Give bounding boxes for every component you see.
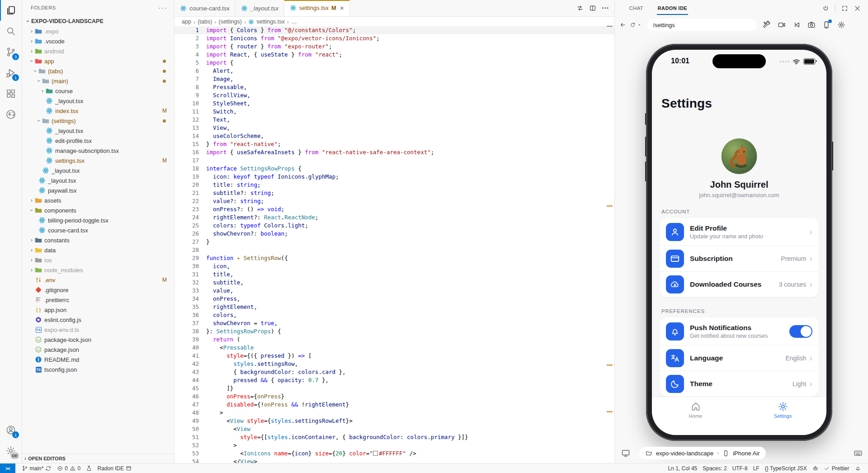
settings-row-edit-profile[interactable]: Edit ProfileUpdate your name and photo› — [660, 218, 819, 246]
tree-item-readme-md[interactable]: README.md — [22, 355, 174, 364]
tree-item-app-json[interactable]: { }app.json — [22, 305, 174, 315]
status-prettier[interactable]: Prettier — [821, 464, 852, 473]
settings-row-downloaded-courses[interactable]: Downloaded Courses3 courses› — [660, 271, 819, 297]
breadcrumb-item-settings-tsx[interactable]: settings.tsx — [256, 19, 285, 25]
status-robot[interactable] — [810, 464, 821, 473]
gear-icon[interactable] — [837, 21, 845, 29]
fullscreen-icon[interactable] — [841, 5, 848, 12]
tree-item-package-lock-json[interactable]: JSpackage-lock.json — [22, 335, 174, 345]
tree-item-android[interactable]: ›android — [22, 46, 174, 56]
tab-settings-tsx[interactable]: settings.tsxM× — [284, 0, 350, 16]
url-bar[interactable]: /settings — [647, 19, 756, 31]
tree-item-main[interactable]: ›(main) — [22, 76, 174, 86]
camera-icon[interactable] — [807, 21, 816, 29]
reload-button[interactable] — [630, 21, 636, 28]
tree-item-tabs[interactable]: ›(tabs) — [22, 66, 174, 76]
status-flask[interactable] — [83, 464, 95, 473]
tree-item-settings-tsx[interactable]: settings.tsxM — [22, 156, 174, 166]
keyboard-icon[interactable] — [854, 449, 863, 458]
panel-tab-radon-ide[interactable]: RADON IDE — [651, 0, 694, 16]
breadcrumb-item-settings[interactable]: (settings) — [219, 19, 242, 25]
status-spaces-2[interactable]: Spaces: 2 — [700, 464, 729, 473]
activity-bar-run-debug-button[interactable]: 1 — [0, 62, 22, 83]
open-editors-section[interactable]: › OPEN EDITORS — [22, 454, 174, 463]
tree-item-layout-tsx[interactable]: _layout.tsx — [22, 126, 174, 136]
activity-bar-extensions-button[interactable] — [0, 83, 22, 104]
tree-item-node-modules[interactable]: ›node_modules — [22, 265, 174, 275]
sidebar-more-actions-button[interactable]: ··· — [158, 5, 168, 10]
power-icon[interactable] — [822, 5, 829, 12]
video-icon[interactable] — [778, 21, 786, 29]
screen-mirror-icon[interactable] — [621, 449, 630, 458]
status-lf[interactable]: LF — [750, 464, 762, 473]
tree-item-assets[interactable]: ›assets — [22, 195, 174, 205]
tree-item-layout-tsx[interactable]: _layout.tsx — [22, 166, 174, 175]
settings-row-theme[interactable]: ThemeLight› — [660, 371, 819, 397]
settings-row-language[interactable]: LanguageEnglish› — [660, 345, 819, 371]
activity-bar-github-button[interactable] — [0, 104, 22, 125]
tree-item-manage-subscription-tsx[interactable]: manage-subscription.tsx — [22, 146, 174, 156]
reload-dropdown-caret-icon[interactable] — [637, 23, 641, 27]
tree-item-index-tsx[interactable]: index.tsxM — [22, 106, 174, 116]
push-notifications-toggle[interactable] — [789, 325, 812, 338]
split-icon[interactable] — [589, 5, 596, 12]
activity-bar-explorer-button[interactable] — [0, 0, 22, 21]
breadcrumb-item-[interactable]: … — [291, 19, 297, 25]
tree-item-paywall-tsx[interactable]: paywall.tsx — [22, 185, 174, 195]
device-icon[interactable] — [822, 21, 830, 29]
tree-item-layout-tsx[interactable]: _layout.tsx — [22, 175, 174, 185]
status-typescript-jsx[interactable]: {} TypeScript JSX — [762, 464, 810, 473]
tab-course-card-tsx[interactable]: course-card.tsx — [175, 0, 236, 16]
rewind-icon[interactable] — [793, 21, 801, 29]
breadcrumb-item-app[interactable]: app — [182, 19, 191, 25]
activity-bar-manage-settings-button[interactable]: DE — [0, 440, 22, 461]
tree-item-constants[interactable]: ›constants — [22, 235, 174, 245]
remote-indicator[interactable]: >< — [0, 464, 15, 473]
more-actions-icon[interactable]: ··· — [602, 4, 609, 12]
tree-item-prettierrc[interactable]: .prettierrc — [22, 295, 174, 305]
breadcrumb-item-tabs[interactable]: (tabs) — [198, 19, 212, 25]
status-ln-1-col-45[interactable]: Ln 1, Col 45 — [665, 464, 700, 473]
tree-item-settings[interactable]: ›(settings) — [22, 116, 174, 126]
phone-tab-settings[interactable]: Settings — [739, 401, 826, 435]
tree-item-edit-profile-tsx[interactable]: edit-profile.tsx — [22, 136, 174, 146]
tree-item-vscode[interactable]: ›.vscode — [22, 36, 174, 46]
status-bell-s[interactable] — [852, 464, 864, 473]
close-icon[interactable] — [854, 5, 861, 12]
tree-item-billing-period-toggle-tsx[interactable]: billing-period-toggle.tsx — [22, 215, 174, 225]
tree-item-eslint-config-js[interactable]: eslint.config.js — [22, 315, 174, 325]
tree-item-package-json[interactable]: JSpackage.json — [22, 345, 174, 355]
tree-item-expo-video-landscape[interactable]: ›EXPO-VIDEO-LANDSCAPE — [22, 16, 174, 26]
tree-item-gitignore[interactable]: .gitignore — [22, 285, 174, 295]
tree-item-ios[interactable]: ›ios — [22, 255, 174, 265]
tools-icon[interactable] — [763, 21, 771, 29]
tree-item-tsconfig-json[interactable]: TStsconfig.json — [22, 364, 174, 374]
status-radon-ide[interactable]: Radon IDE — [95, 464, 135, 473]
status-main[interactable]: main* — [19, 464, 54, 473]
tree-item-expo[interactable]: ›.expo — [22, 26, 174, 36]
tree-item-components[interactable]: ›components — [22, 205, 174, 215]
code-editor[interactable]: 1import { Colors } from "@/constants/Col… — [175, 26, 614, 463]
phone-tab-home[interactable]: Home — [652, 401, 739, 435]
tree-item-course[interactable]: ›course — [22, 86, 174, 96]
status-0[interactable]: 00 — [54, 464, 83, 473]
activity-bar-search-button[interactable] — [0, 21, 22, 42]
tree-item-app[interactable]: ›app — [22, 56, 174, 66]
settings-row-push-notifications[interactable]: Push NotificationsGet notified about new… — [660, 317, 819, 345]
status-utf-8[interactable]: UTF-8 — [730, 464, 750, 473]
tree-item-expo-env-d-ts[interactable]: TSexpo-env.d.ts — [22, 325, 174, 335]
tree-item-env[interactable]: .envM — [22, 275, 174, 285]
back-button[interactable] — [619, 21, 626, 29]
tree-item-course-card-tsx[interactable]: course-card.tsx — [22, 225, 174, 235]
device-selector[interactable]: expo-video-landscape › iPhone Air — [639, 447, 766, 459]
activity-bar-source-control-button[interactable]: 3 — [0, 42, 22, 62]
phone-screen[interactable]: 10:01 Settings — [652, 50, 826, 435]
settings-row-subscription[interactable]: SubscriptionPremium› — [660, 246, 819, 271]
close-icon[interactable]: × — [340, 4, 344, 12]
activity-bar-account-button[interactable]: 1 — [0, 420, 22, 440]
tree-item-data[interactable]: ›data — [22, 245, 174, 255]
tab-layout-tsx[interactable]: _layout.tsx — [236, 0, 284, 16]
diff-icon[interactable] — [576, 5, 584, 12]
panel-tab-chat[interactable]: CHAT — [622, 0, 651, 16]
tree-item-layout-tsx[interactable]: _layout.tsx — [22, 96, 174, 106]
